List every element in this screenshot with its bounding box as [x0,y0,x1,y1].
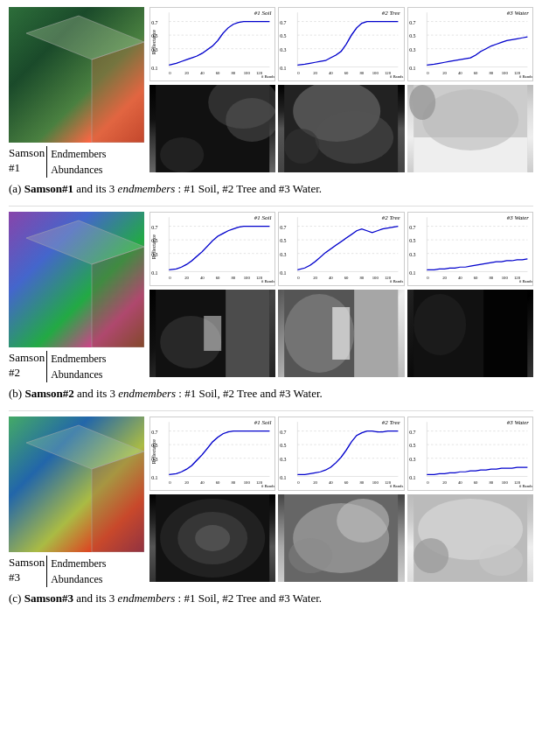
abundance-overlay-3-1 [149,494,275,582]
svg-rect-123 [354,290,398,377]
abundance-overlay-1-2 [278,85,404,172]
svg-text:0.7: 0.7 [409,20,416,25]
chart-3-2: #2 Tree 0.1 0.3 0.5 0.7 0 20 [278,416,404,491]
svg-text:0: 0 [298,71,301,75]
svg-text:100: 100 [501,480,508,485]
chart-svg-2-2: 0.1 0.3 0.5 0.7 0 20 40 60 80 100 120 # … [279,213,403,285]
svg-text:100: 100 [501,71,508,75]
svg-text:# Bands: # Bands [261,485,274,489]
ylabel-3-1: Reflectance [151,439,156,464]
svg-text:20: 20 [442,71,448,75]
label-group-1: Samson #1 Endmembers Abundances [9,146,107,178]
chart-legend-2-1: #1 Soil [254,214,272,221]
svg-text:# Bands: # Bands [390,279,403,284]
svg-text:60: 60 [344,480,350,485]
abundance-image-1-1 [149,85,275,172]
chart-legend-3-1: #1 Soil [254,419,272,426]
images-row-1 [149,85,533,172]
svg-text:0.3: 0.3 [281,458,288,463]
svg-text:60: 60 [216,276,221,280]
svg-text:20: 20 [184,276,190,280]
svg-text:100: 100 [501,276,508,280]
svg-text:60: 60 [216,480,221,485]
chart-2-3: #3 Water 0.1 0.3 0.5 0.7 0 2 [407,212,533,286]
svg-rect-127 [483,290,527,377]
chart-1-1: Reflectance #1 Soil 0.1 0.3 [149,7,275,81]
page: Samson #1 Endmembers Abundances Reflecta… [0,0,542,623]
chart-legend-3-3: #3 Water [507,419,529,426]
svg-text:0.1: 0.1 [281,475,288,480]
svg-text:# Bands: # Bands [261,74,274,79]
svg-text:100: 100 [244,71,251,75]
svg-text:40: 40 [458,71,463,75]
svg-point-192 [413,538,448,573]
svg-text:40: 40 [458,480,463,485]
svg-text:0.3: 0.3 [409,458,416,463]
svg-marker-66 [92,247,144,347]
svg-text:# Bands: # Bands [519,485,532,489]
chart-svg-3-1: 0.1 0.3 0.5 0.7 0 20 40 60 80 100 120 # … [150,417,274,490]
chart-2-1: Reflectance #1 Soil 0.1 0.3 0.5 0.7 [149,212,275,286]
abundance-overlay-3-3 [407,494,533,582]
section-3: Samson #3 Endmembers Abundances Reflecta… [9,416,533,606]
svg-text:20: 20 [184,71,190,75]
svg-point-56 [160,137,204,172]
chart-svg-1-3: 0.1 0.3 0.5 0.7 0 20 40 60 80 100 120 # … [408,8,532,80]
svg-text:0.1: 0.1 [151,66,158,71]
svg-point-188 [337,499,389,542]
abundance-overlay-3-2 [278,494,404,582]
chart-3-1: Reflectance #1 Soil 0.1 0.3 0.5 0.7 [149,416,275,491]
chart-svg-2-3: 0.1 0.3 0.5 0.7 0 20 40 60 80 100 120 # … [408,213,532,285]
em-ab-group-3: Endmembers Abundances [46,556,106,587]
svg-text:0: 0 [427,276,429,280]
svg-text:0.7: 0.7 [281,430,288,435]
svg-point-64 [409,85,435,120]
svg-point-185 [195,525,230,551]
section-3-content: Samson #3 Endmembers Abundances Reflecta… [9,416,533,587]
hypercube-image-1 [9,7,144,143]
svg-text:20: 20 [442,276,448,280]
svg-text:100: 100 [372,71,379,75]
svg-point-128 [413,294,466,355]
svg-text:80: 80 [360,71,365,75]
svg-point-189 [288,538,332,573]
divider-1 [9,206,533,206]
svg-text:0.1: 0.1 [409,66,416,71]
abundance-overlay-1-3 [407,85,533,172]
svg-text:40: 40 [200,71,205,75]
svg-text:20: 20 [313,276,318,280]
svg-text:60: 60 [344,71,350,75]
abundance-overlay-2-1 [149,290,275,377]
caption-3: (c) Samson#3 and its 3 endmembers : #1 S… [9,591,533,606]
abundance-image-3-3 [407,494,533,582]
svg-marker-1 [92,42,144,143]
svg-text:# Bands: # Bands [519,279,532,284]
label-group-2: Samson #2 Endmembers Abundances [9,351,107,382]
charts-row-1: Reflectance #1 Soil 0.1 0.3 [149,7,533,81]
svg-text:0: 0 [427,71,429,75]
svg-text:0.7: 0.7 [151,225,158,230]
svg-text:0.7: 0.7 [409,430,416,435]
svg-text:40: 40 [329,480,334,485]
svg-text:80: 80 [489,276,494,280]
label-group-3: Samson #3 Endmembers Abundances [9,556,107,587]
abundance-image-2-1 [149,290,275,377]
svg-text:60: 60 [344,276,350,280]
svg-text:100: 100 [244,276,251,280]
abundance-overlay-2-2 [278,290,404,377]
section-1: Samson #1 Endmembers Abundances Reflecta… [9,7,533,197]
abundance-image-3-1 [149,494,275,582]
svg-text:60: 60 [473,480,478,485]
samson-label-3: Samson #3 [9,556,45,585]
svg-text:40: 40 [329,276,334,280]
chart-1-3: #3 Water 0.1 0.3 0.5 0.7 0 2 [407,7,533,81]
chart-legend-1-1: #1 Soil [254,10,272,17]
left-panel-1: Samson #1 Endmembers Abundances [9,7,144,178]
svg-text:80: 80 [360,276,365,280]
svg-marker-130 [92,452,144,552]
svg-text:60: 60 [473,276,478,280]
charts-row-3: Reflectance #1 Soil 0.1 0.3 0.5 0.7 [149,416,533,491]
chart-svg-2-1: 0.1 0.3 0.5 0.7 0 20 40 60 80 100 120 # … [150,213,274,285]
chart-svg-3-2: 0.1 0.3 0.5 0.7 0 20 40 60 80 100 120 # … [279,417,403,490]
svg-text:0.7: 0.7 [281,225,288,230]
